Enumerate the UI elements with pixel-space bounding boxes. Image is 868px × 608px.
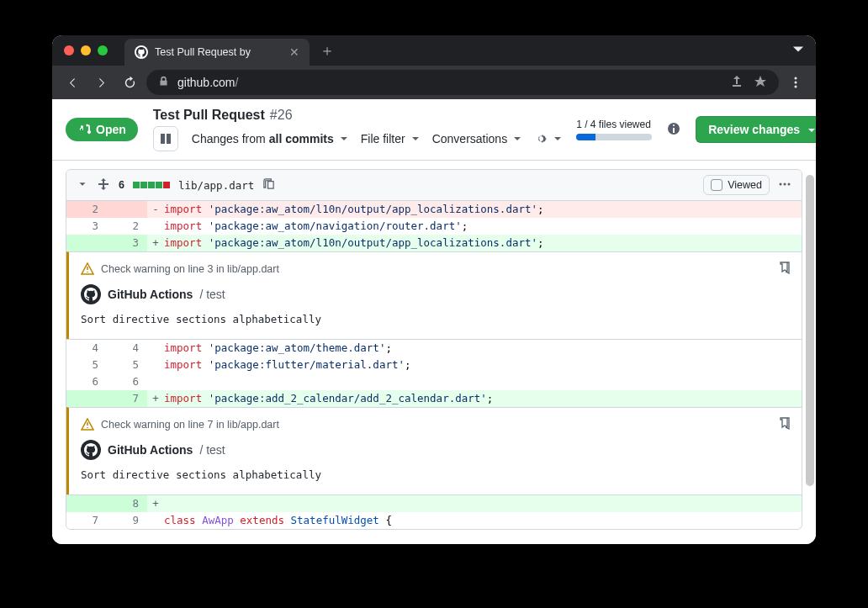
svg-point-0 — [795, 77, 797, 80]
conversations-dropdown[interactable]: Conversations — [432, 132, 521, 145]
page-content: Open Test Pull Request #26 Changes from … — [52, 99, 816, 544]
diff-line[interactable]: 32 import 'package:aw_atom/navigation/ro… — [66, 218, 802, 235]
annotation-workflow: / test — [199, 288, 225, 301]
open-label: Open — [96, 123, 126, 136]
diff-line[interactable]: 79 class AwApp extends StatefulWidget { — [66, 512, 802, 529]
expand-all-icon[interactable] — [97, 177, 110, 193]
code-content: import 'package:flutter/material.dart'; — [164, 357, 802, 373]
diff-marker — [147, 373, 164, 390]
check-annotation: Check warning on line 7 in lib/app.dart … — [66, 407, 802, 494]
toggle-layout-button[interactable] — [153, 126, 178, 151]
old-line-number — [66, 390, 107, 407]
pr-number: #26 — [270, 108, 293, 123]
window-minimize[interactable] — [81, 45, 91, 56]
file-diff-box: 6 lib/app.dart Viewed 2-import 'package:… — [66, 169, 802, 530]
new-line-number: 4 — [107, 340, 147, 357]
alert-icon — [81, 418, 94, 431]
diff-line[interactable]: 55 import 'package:flutter/material.dart… — [66, 357, 802, 373]
file-filter-dropdown[interactable]: File filter — [361, 132, 419, 145]
tabs-overflow-icon[interactable] — [792, 43, 804, 58]
diff-line[interactable]: 8+ — [66, 495, 802, 512]
diff-marker — [147, 512, 164, 529]
diff-settings-dropdown[interactable] — [534, 132, 561, 145]
code-content: import 'package:aw_atom/navigation/route… — [164, 218, 802, 235]
review-changes-button[interactable]: Review changes — [696, 116, 816, 143]
new-line-number — [107, 201, 147, 218]
old-line-number: 6 — [66, 373, 107, 390]
annotation-actor: GitHub Actions — [108, 288, 193, 301]
diff-hunk: 2-import 'package:aw_atom/l10n/output/ap… — [66, 201, 802, 251]
bookmark-icon[interactable] — [754, 75, 767, 91]
file-name[interactable]: lib/app.dart — [178, 179, 254, 192]
diff-line[interactable]: 2-import 'package:aw_atom/l10n/output/ap… — [66, 201, 802, 218]
svg-point-2 — [795, 86, 797, 88]
svg-point-5 — [788, 182, 791, 185]
window-close[interactable] — [64, 45, 74, 56]
files-viewed-text: 1 / 4 files viewed — [576, 119, 651, 130]
annotation-actor: GitHub Actions — [108, 443, 193, 457]
code-content: import 'package:aw_atom/l10n/output/app_… — [164, 201, 802, 218]
browser-window: Test Pull Request by ✕ ＋ github.com/ — [52, 35, 816, 544]
scrollbar[interactable] — [806, 175, 814, 486]
tab-title: Test Pull Request by — [155, 46, 283, 58]
info-icon[interactable] — [667, 122, 680, 138]
diff-line[interactable]: 7+import 'package:add_2_calendar/add_2_c… — [66, 390, 802, 407]
pr-title: Test Pull Request — [153, 108, 265, 123]
svg-point-3 — [780, 182, 782, 185]
code-content: class AwApp extends StatefulWidget { — [164, 512, 802, 529]
github-favicon — [135, 45, 148, 59]
url-host: github.com/ — [177, 76, 238, 89]
files-viewed-progress: 1 / 4 files viewed — [576, 119, 652, 140]
diff-line[interactable]: 66 — [66, 373, 802, 390]
copy-path-icon[interactable] — [262, 177, 275, 193]
browser-tab[interactable]: Test Pull Request by ✕ — [124, 39, 310, 66]
old-line-number — [66, 235, 107, 251]
view-details-icon[interactable] — [778, 416, 791, 432]
new-tab-button[interactable]: ＋ — [320, 40, 335, 61]
diff-marker — [147, 357, 164, 373]
back-button[interactable] — [61, 71, 84, 94]
annotation-body: Sort directive sections alphabetically — [81, 468, 790, 481]
change-count: 6 — [119, 179, 124, 191]
changes-from-dropdown[interactable]: Changes from all commits — [192, 132, 347, 145]
code-content: import 'package:add_2_calendar/add_2_cal… — [164, 390, 802, 407]
annotation-head: Check warning on line 7 in lib/app.dart — [101, 419, 279, 431]
old-line-number: 7 — [66, 512, 107, 529]
window-maximize[interactable] — [98, 45, 108, 56]
new-line-number: 6 — [107, 373, 147, 390]
diff-marker: + — [147, 390, 164, 407]
diff-line[interactable]: 3+import 'package:aw_atom/l10n/output/ap… — [66, 235, 802, 251]
lock-icon — [158, 76, 169, 89]
new-line-number: 9 — [107, 512, 147, 529]
viewed-checkbox-input[interactable] — [711, 179, 722, 191]
reload-button[interactable] — [118, 71, 141, 94]
code-content: import 'package:aw_atom/l10n/output/app_… — [164, 235, 802, 251]
forward-button[interactable] — [89, 71, 113, 94]
github-actions-icon — [81, 284, 101, 304]
check-annotation: Check warning on line 3 in lib/app.dart … — [66, 251, 802, 339]
browser-toolbar: github.com/ — [52, 66, 816, 99]
annotation-head: Check warning on line 3 in lib/app.dart — [101, 263, 279, 275]
code-content: import 'package:aw_atom/theme.dart'; — [164, 340, 802, 357]
old-line-number: 3 — [66, 218, 107, 235]
share-icon[interactable] — [730, 75, 744, 91]
new-line-number: 5 — [107, 357, 147, 373]
pr-header: Open Test Pull Request #26 Changes from … — [52, 99, 816, 161]
tab-close-icon[interactable]: ✕ — [289, 45, 299, 59]
view-details-icon[interactable] — [778, 261, 791, 277]
old-line-number: 4 — [66, 340, 107, 357]
diff-marker: + — [147, 235, 164, 251]
old-line-number: 2 — [66, 201, 107, 218]
diff-marker — [147, 218, 164, 235]
browser-menu-button[interactable] — [784, 76, 807, 89]
github-actions-icon — [81, 440, 101, 460]
diff-stat-squares — [133, 182, 170, 188]
file-menu-button[interactable] — [778, 177, 791, 193]
collapse-icon[interactable] — [77, 178, 88, 193]
annotation-body: Sort directive sections alphabetically — [81, 313, 790, 325]
address-bar[interactable]: github.com/ — [146, 70, 779, 95]
diff-hunk: 8+79 class AwApp extends StatefulWidget … — [66, 494, 802, 529]
tab-bar: Test Pull Request by ✕ ＋ — [52, 35, 816, 66]
viewed-checkbox[interactable]: Viewed — [703, 175, 770, 195]
diff-line[interactable]: 44 import 'package:aw_atom/theme.dart'; — [66, 340, 802, 357]
